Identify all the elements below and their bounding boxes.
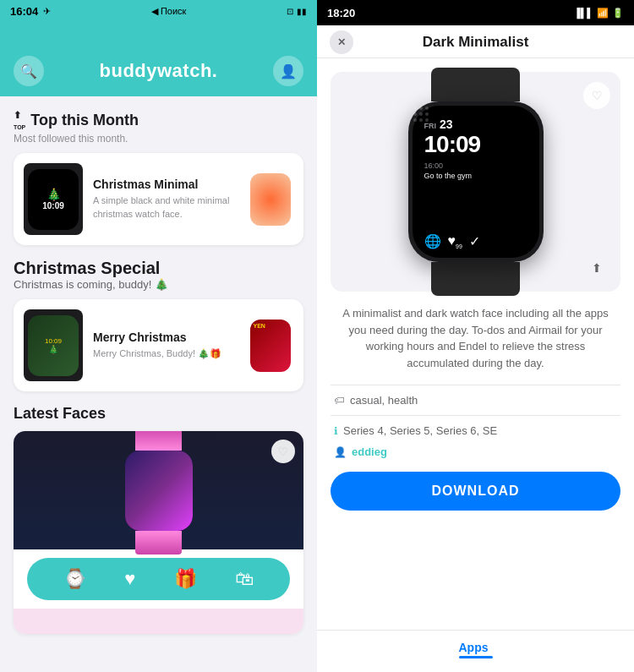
latest-faces-card[interactable]: ♡ ⌚ ♥ 🎁 🛍 (14, 431, 303, 634)
christmas-card-info: Merry Christmas Merry Christmas, Buddy! … (93, 331, 237, 360)
nav-watch-icon[interactable]: ⌚ (63, 568, 86, 590)
close-button[interactable]: ✕ (330, 30, 353, 54)
watch-complications: 🌐 ♥99 ✓ (424, 233, 527, 249)
tab-indicator (459, 656, 493, 658)
christmas-subtitle: Christmas is coming, buddy! 🎄 (14, 278, 303, 291)
wifi-right-icon: 📶 (597, 8, 609, 19)
heart-count: 99 (456, 243, 462, 249)
complication-check: ✓ (469, 233, 480, 249)
author-icon: 👤 (334, 446, 347, 458)
right-bottom-nav: Apps (317, 630, 634, 672)
colorful-watch-face (250, 173, 291, 226)
tags-text: casual, health (350, 394, 418, 407)
watch-reminder-time: 16:00 (424, 161, 527, 170)
right-header: ✕ Dark Minimalist (317, 25, 634, 58)
right-panel: 18:20 ▐▌▌ 📶 🔋 ✕ Dark Minimalist ♡ ⬆ (317, 0, 634, 672)
right-status-bar: 18:20 ▐▌▌ 📶 🔋 (317, 0, 634, 25)
right-content: ♡ ⬆ FRI 23 10:09 (317, 58, 634, 630)
detail-favorite-button[interactable]: ♡ (583, 82, 610, 109)
complication-globe: 🌐 (424, 233, 441, 249)
left-header: 🔍 buddywatch. 👤 (0, 22, 317, 96)
watch-face-dark: 🎄 10:09 (28, 169, 79, 230)
compatibility-row: ℹ Series 4, Series 5, Series 6, SE (331, 424, 620, 437)
watch-screen: FRI 23 10:09 16:00 Go to the gym 🌐 ♥99 ✓ (413, 106, 539, 258)
left-bottom-nav: ⌚ ♥ 🎁 🛍 (27, 558, 290, 600)
app-logo: buddywatch. (100, 60, 218, 82)
favorite-button[interactable]: ♡ (271, 440, 295, 463)
search-icon: 🔍 (20, 63, 37, 79)
info-icon: ℹ (334, 425, 338, 437)
apps-tab[interactable]: Apps (459, 641, 493, 658)
divider-2 (331, 415, 620, 416)
top-icon: ⬆TOP (14, 110, 25, 131)
top-month-card-title: Christmas Minimal (93, 178, 237, 191)
latest-watch-preview: ♡ (14, 431, 303, 549)
right-status-icons: ▐▌▌ 📶 🔋 (574, 8, 624, 19)
left-status-bar: 16:04 ✈ ◀ Поиск ⊡ ▮▮ (0, 0, 317, 22)
signal-bars-icon: ▐▌▌ (574, 8, 593, 18)
tag-icon: 🏷 (334, 394, 345, 407)
christmas-minimal-watch-thumb: 🎄 10:09 (24, 163, 83, 235)
watch-reminder-text: Go to the gym (424, 172, 527, 180)
watch-band-bottom (431, 262, 520, 296)
left-time: 16:04 (10, 5, 38, 18)
share-button[interactable]: ⬆ (583, 254, 610, 281)
watch-band-top (431, 68, 520, 101)
latest-watch-face (125, 451, 193, 531)
wifi-icon: ⊡ (287, 7, 293, 16)
merry-christmas-title: Merry Christmas (93, 331, 237, 344)
detail-title: Dark Minimalist (423, 34, 529, 51)
watch-face-christmas: 10:09 🎄 (28, 315, 79, 376)
watch-date-row: FRI 23 (424, 117, 527, 131)
search-button[interactable]: 🔍 (14, 56, 44, 86)
share-icon: ⬆ (592, 261, 602, 275)
left-status-icons: ⊡ ▮▮ (287, 7, 307, 16)
complication-heart: ♥99 (448, 233, 462, 249)
merry-christmas-desc: Merry Christmas, Buddy! 🎄🎁 (93, 347, 237, 360)
author-row: 👤 eddieg (331, 445, 620, 458)
watch-day: FRI (424, 122, 437, 130)
christmas-card[interactable]: 10:09 🎄 Merry Christmas Merry Christmas,… (14, 299, 303, 391)
merry-christmas-watch-thumb: 10:09 🎄 (24, 309, 83, 381)
top-month-card[interactable]: 🎄 10:09 Christmas Minimal A simple black… (14, 153, 303, 245)
battery-icon: ▮▮ (297, 7, 307, 16)
download-button[interactable]: DOWNLOAD (331, 472, 620, 511)
big-watch-body: FRI 23 10:09 16:00 Go to the gym 🌐 ♥99 ✓ (408, 101, 544, 262)
nav-gift-icon[interactable]: 🎁 (174, 568, 197, 590)
top-month-subtitle: Most followed this month. (14, 133, 303, 145)
profile-icon: 👤 (280, 63, 297, 79)
left-content: ⬆TOP Top this Month Most followed this m… (0, 96, 317, 672)
watch-description: A minimalist and dark watch face includi… (331, 305, 620, 371)
nav-heart-icon[interactable]: ♥ (124, 568, 135, 590)
divider-1 (331, 385, 620, 385)
latest-faces-section: Latest Faces ♡ ⌚ ♥ 🎁 (14, 405, 303, 634)
top-month-section: ⬆TOP Top this Month Most followed this m… (14, 110, 303, 245)
red-watch-face: YEN (250, 320, 291, 372)
compatibility-text: Series 4, Series 5, Series 6, SE (343, 424, 497, 437)
watch-texture-dots (413, 107, 429, 122)
top-month-card-desc: A simple black and white minimal christm… (93, 194, 237, 221)
watch-date: 23 (440, 117, 453, 131)
nav-bag-icon[interactable]: 🛍 (235, 568, 254, 590)
watch-time: 10:09 (424, 133, 527, 156)
left-signal: ✈ (43, 6, 51, 17)
top-month-card-info: Christmas Minimal A simple black and whi… (93, 178, 237, 221)
watch-detail-container: ♡ ⬆ FRI 23 10:09 (331, 72, 620, 292)
tags-row: 🏷 casual, health (331, 394, 620, 407)
christmas-card-right-thumb: YEN (247, 314, 293, 377)
top-month-card-right-thumb (247, 167, 293, 231)
right-time: 18:20 (327, 7, 355, 19)
author-name[interactable]: eddieg (352, 445, 387, 458)
battery-right-icon: 🔋 (612, 8, 624, 19)
apps-tab-label: Apps (459, 641, 493, 654)
christmas-section: Christmas Special Christmas is coming, b… (14, 259, 303, 391)
latest-faces-title: Latest Faces (14, 405, 303, 423)
profile-button[interactable]: 👤 (273, 56, 303, 86)
left-back[interactable]: ◀ Поиск (151, 6, 187, 17)
top-month-title: ⬆TOP Top this Month (14, 110, 303, 131)
left-panel: 16:04 ✈ ◀ Поиск ⊡ ▮▮ 🔍 buddywatch. 👤 ⬆TO… (0, 0, 317, 672)
christmas-title: Christmas Special (14, 259, 303, 278)
close-icon: ✕ (337, 36, 346, 48)
